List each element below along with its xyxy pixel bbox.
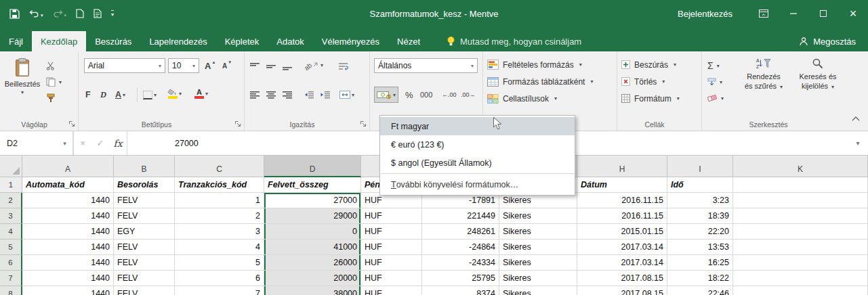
- alignment-dialog-launcher[interactable]: [359, 119, 368, 128]
- cell-D1[interactable]: Felvett_összeg: [264, 177, 361, 193]
- maximize-button[interactable]: [808, 0, 838, 27]
- cell-I8[interactable]: 22:46: [667, 286, 733, 295]
- row-header-4[interactable]: 4: [0, 224, 22, 240]
- fill-button[interactable]: ▾: [707, 74, 722, 89]
- name-box-dropdown[interactable]: ▾: [57, 131, 73, 155]
- redo-button[interactable]: ▾: [53, 9, 67, 18]
- row-header-8[interactable]: 8: [0, 286, 22, 295]
- document-button-2[interactable]: [94, 9, 102, 18]
- cell-A7[interactable]: 1440: [22, 271, 114, 286]
- format-cells-button[interactable]: Formátum ▾: [621, 91, 699, 106]
- increase-indent-button[interactable]: [321, 87, 331, 103]
- cell-A1[interactable]: Automata_kód: [22, 177, 114, 193]
- increase-font-button[interactable]: A▲: [205, 58, 215, 74]
- wrap-text-button[interactable]: [338, 58, 348, 74]
- cell-G3[interactable]: Sikeres: [499, 208, 577, 224]
- tab-insert[interactable]: Beszúrás: [86, 31, 140, 51]
- enter-button[interactable]: ✓: [91, 131, 109, 155]
- ribbon-display-options-button[interactable]: [749, 0, 779, 27]
- row-header-6[interactable]: 6: [0, 255, 22, 271]
- cell-styles-button[interactable]: Cellastílusok ▾: [487, 91, 614, 106]
- cell-D7[interactable]: 20000: [264, 271, 361, 286]
- fill-color-button[interactable]: ▾: [167, 85, 182, 101]
- cell-B3[interactable]: FELV: [114, 208, 175, 224]
- tab-page-layout[interactable]: Lapelrendezés: [140, 31, 215, 51]
- cell-C7[interactable]: 6: [175, 271, 264, 286]
- cell-D3[interactable]: 29000: [264, 208, 361, 224]
- align-middle-button[interactable]: [266, 58, 276, 74]
- select-all-corner[interactable]: [0, 156, 22, 177]
- cell-D2[interactable]: 27000: [264, 193, 361, 208]
- align-top-button[interactable]: [250, 58, 260, 74]
- minimize-button[interactable]: [779, 0, 808, 27]
- cut-button[interactable]: [46, 58, 55, 73]
- cell-F4[interactable]: 248261: [422, 224, 499, 240]
- column-header-C[interactable]: C: [175, 156, 264, 177]
- decrease-decimal-button[interactable]: .00→: [461, 87, 476, 103]
- menu-item-ft-magyar[interactable]: Ft magyar: [380, 117, 575, 135]
- cell-E7[interactable]: HUF: [361, 271, 422, 286]
- tab-review[interactable]: Véleményezés: [313, 31, 388, 51]
- tell-me-box[interactable]: Mutasd meg, hogyan csináljam: [447, 31, 581, 51]
- decrease-indent-button[interactable]: [304, 87, 314, 103]
- cell-K7[interactable]: [733, 271, 868, 286]
- close-button[interactable]: ×: [838, 0, 868, 27]
- cell-E3[interactable]: HUF: [361, 208, 422, 224]
- cell-C4[interactable]: 3: [175, 224, 264, 240]
- column-header-I[interactable]: I: [667, 156, 733, 177]
- cell-A5[interactable]: 1440: [22, 240, 114, 255]
- delete-cells-button[interactable]: Törlés ▾: [621, 74, 699, 89]
- collapse-ribbon-button[interactable]: [852, 112, 860, 124]
- cell-A6[interactable]: 1440: [22, 255, 114, 271]
- clear-button[interactable]: ▾: [707, 91, 724, 106]
- cell-B2[interactable]: FELV: [114, 193, 175, 208]
- cell-D6[interactable]: 26000: [264, 255, 361, 271]
- underline-button[interactable]: A ▾: [115, 87, 125, 103]
- menu-item-euro[interactable]: € euró (123 €): [380, 135, 575, 154]
- align-right-button[interactable]: [283, 87, 292, 103]
- cell-C3[interactable]: 2: [175, 208, 264, 224]
- row-header-1[interactable]: 1: [0, 177, 22, 193]
- cell-I7[interactable]: 18:22: [667, 271, 733, 286]
- cell-K1[interactable]: [733, 177, 868, 193]
- cell-B6[interactable]: FELV: [114, 255, 175, 271]
- font-name-select[interactable]: Arial ▾: [84, 58, 165, 73]
- cell-F8[interactable]: 8374: [422, 286, 499, 295]
- paste-button[interactable]: Beillesztés ▾: [3, 54, 42, 115]
- cell-D8[interactable]: 38000: [264, 286, 361, 295]
- format-as-table-button[interactable]: Formázás táblázatként ▾: [487, 74, 614, 89]
- cell-F5[interactable]: -24864: [422, 240, 499, 255]
- tab-view[interactable]: Nézet: [388, 31, 429, 51]
- cell-H3[interactable]: 2016.11.15: [577, 208, 667, 224]
- cell-K5[interactable]: [733, 240, 868, 255]
- cell-F3[interactable]: 221449: [422, 208, 499, 224]
- bold-button[interactable]: F: [85, 87, 91, 103]
- copy-button[interactable]: ▾: [46, 74, 62, 89]
- row-header-7[interactable]: 7: [0, 271, 22, 286]
- comma-style-button[interactable]: 000: [420, 87, 432, 103]
- clipboard-dialog-launcher[interactable]: [68, 119, 77, 128]
- cell-E6[interactable]: HUF: [361, 255, 422, 271]
- cell-I4[interactable]: 22:20: [667, 224, 733, 240]
- cell-I3[interactable]: 18:39: [667, 208, 733, 224]
- cell-D4[interactable]: 0: [264, 224, 361, 240]
- cell-H1[interactable]: Dátum: [577, 177, 667, 193]
- cell-H5[interactable]: 2017.03.14: [577, 240, 667, 255]
- insert-function-button[interactable]: fx: [109, 131, 127, 155]
- format-painter-button[interactable]: [46, 91, 56, 106]
- align-bottom-button[interactable]: [283, 58, 292, 74]
- cell-K6[interactable]: [733, 255, 868, 271]
- cell-I5[interactable]: 13:53: [667, 240, 733, 255]
- cell-C8[interactable]: 7: [175, 286, 264, 295]
- cell-B8[interactable]: FELV: [114, 286, 175, 295]
- cancel-button[interactable]: ×: [74, 131, 91, 155]
- font-dialog-launcher[interactable]: [234, 119, 243, 128]
- italic-button[interactable]: D: [100, 87, 106, 103]
- font-size-select[interactable]: 10 ▾: [168, 58, 199, 73]
- cell-B7[interactable]: FELV: [114, 271, 175, 286]
- name-box[interactable]: D2: [0, 131, 57, 155]
- customize-qat-button[interactable]: ▾: [111, 10, 114, 18]
- cell-A8[interactable]: 1440: [22, 286, 114, 295]
- save-button[interactable]: [9, 9, 20, 19]
- cell-K2[interactable]: [733, 193, 868, 208]
